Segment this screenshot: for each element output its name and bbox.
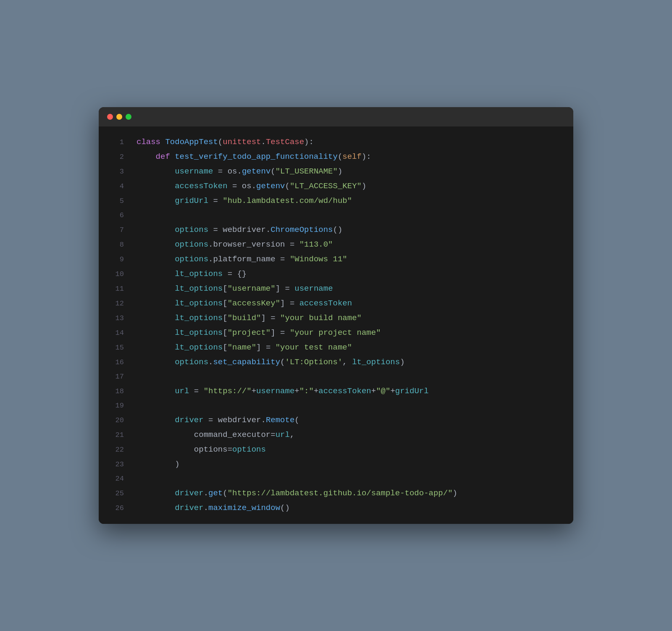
line-16: 16 options.set_capability('LT:Options', … xyxy=(99,355,573,370)
line-20: 20 driver = webdriver.Remote( xyxy=(99,413,573,428)
line-6: 6 xyxy=(99,208,573,223)
code-window: 1 class TodoAppTest(unittest.TestCase): … xyxy=(99,107,573,524)
line-9: 9 options.platform_name = "Windows 11" xyxy=(99,252,573,267)
line-24: 24 xyxy=(99,472,573,486)
minimize-button[interactable] xyxy=(116,114,122,120)
line-23: 23 ) xyxy=(99,457,573,472)
line-26: 26 driver.maximize_window() xyxy=(99,501,573,515)
titlebar xyxy=(99,107,573,126)
line-5: 5 gridUrl = "hub.lambdatest.com/wd/hub" xyxy=(99,194,573,208)
line-15: 15 lt_options["name"] = "your test name" xyxy=(99,340,573,355)
line-21: 21 command_executor=url, xyxy=(99,428,573,442)
line-13: 13 lt_options["build"] = "your build nam… xyxy=(99,311,573,326)
line-19: 19 xyxy=(99,399,573,413)
line-11: 11 lt_options["username"] = username xyxy=(99,281,573,296)
line-17: 17 xyxy=(99,370,573,384)
line-25: 25 driver.get("https://lambdatest.github… xyxy=(99,486,573,501)
line-1: 1 class TodoAppTest(unittest.TestCase): xyxy=(99,135,573,150)
line-3: 3 username = os.getenv("LT_USERNAME") xyxy=(99,164,573,179)
line-14: 14 lt_options["project"] = "your project… xyxy=(99,326,573,340)
line-2: 2 def test_verify_todo_app_functionality… xyxy=(99,150,573,164)
line-4: 4 accessToken = os.getenv("LT_ACCESS_KEY… xyxy=(99,179,573,194)
line-18: 18 url = "https://"+username+":"+accessT… xyxy=(99,384,573,399)
line-8: 8 options.browser_version = "113.0" xyxy=(99,237,573,252)
line-12: 12 lt_options["accessKey"] = accessToken xyxy=(99,296,573,311)
code-editor: 1 class TodoAppTest(unittest.TestCase): … xyxy=(99,126,573,524)
line-22: 22 options=options xyxy=(99,442,573,457)
line-10: 10 lt_options = {} xyxy=(99,267,573,281)
maximize-button[interactable] xyxy=(126,114,131,120)
line-7: 7 options = webdriver.ChromeOptions() xyxy=(99,223,573,237)
close-button[interactable] xyxy=(107,114,113,120)
